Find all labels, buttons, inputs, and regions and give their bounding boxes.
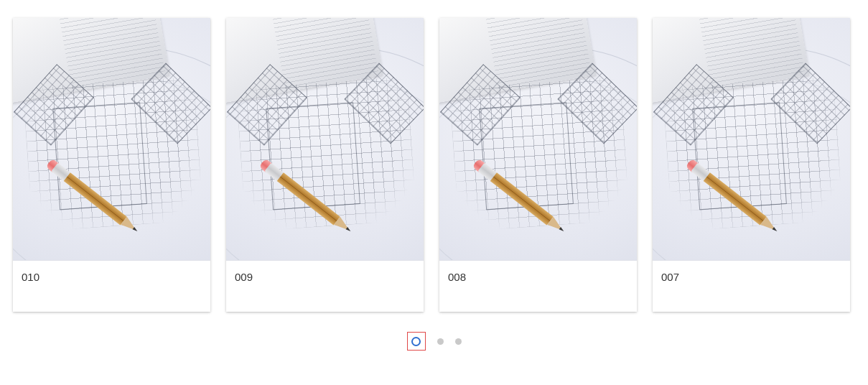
gallery-card[interactable]: 008 [439,18,637,312]
page-dot[interactable] [437,338,444,345]
active-ring-icon [411,337,421,346]
gallery-card[interactable]: 007 [653,18,850,312]
gallery-card[interactable]: 009 [226,18,424,312]
image-carousel: 010 009 [0,0,868,351]
card-row: 010 009 [13,18,855,312]
card-thumbnail [226,18,424,261]
card-thumbnail [653,18,850,261]
card-caption: 009 [226,261,424,312]
card-caption: 007 [653,261,850,312]
card-thumbnail [439,18,637,261]
page-dot-active[interactable] [407,332,426,351]
pagination [13,332,855,351]
gallery-card[interactable]: 010 [13,18,210,312]
card-caption: 008 [439,261,637,312]
card-caption: 010 [13,261,210,312]
card-thumbnail [13,18,210,261]
page-dot[interactable] [455,338,462,345]
